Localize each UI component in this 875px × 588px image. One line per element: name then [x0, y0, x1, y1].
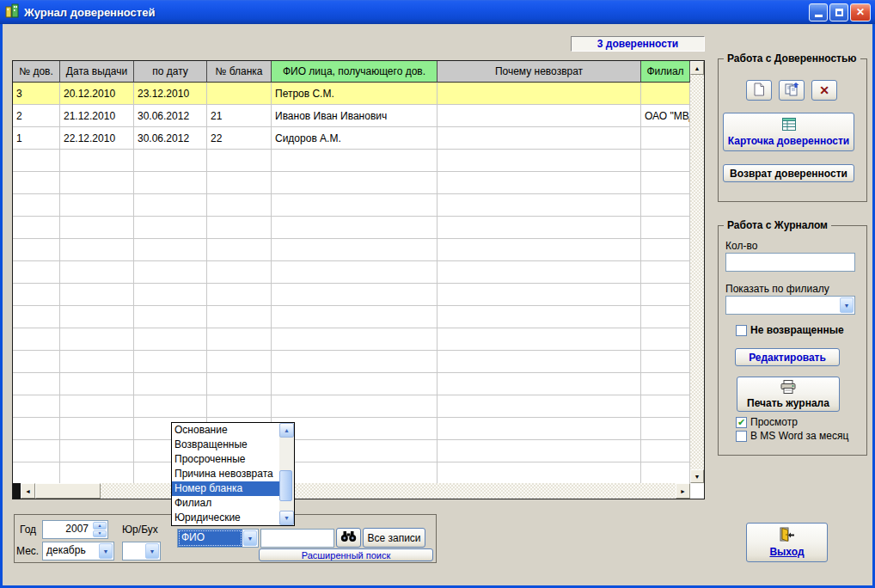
table-cell[interactable] [134, 328, 207, 351]
table-cell[interactable] [60, 172, 134, 194]
table-cell[interactable] [60, 418, 134, 440]
table-cell[interactable] [60, 217, 134, 239]
table-cell[interactable] [438, 306, 641, 328]
table-cell[interactable] [272, 150, 438, 172]
table-cell[interactable] [207, 150, 272, 172]
chevron-down-icon[interactable]: ▼ [243, 530, 257, 546]
close-button[interactable]: ✕ [850, 3, 871, 21]
dropdown-item[interactable]: Основание [172, 423, 279, 438]
table-cell[interactable] [438, 239, 641, 261]
table-cell[interactable]: 20.12.2010 [60, 83, 134, 105]
dropdown-item[interactable]: Номер бланка [172, 481, 279, 496]
maximize-button[interactable] [829, 3, 848, 21]
table-cell[interactable] [134, 373, 207, 395]
not-returned-checkbox[interactable] [736, 325, 747, 336]
table-cell[interactable] [13, 194, 60, 217]
table-cell[interactable] [641, 217, 690, 239]
table-cell[interactable] [60, 351, 134, 373]
msword-checkbox[interactable] [736, 431, 747, 442]
table-cell[interactable] [134, 239, 207, 261]
scroll-right-button[interactable]: ► [676, 483, 690, 499]
table-cell[interactable] [134, 172, 207, 194]
table-cell[interactable] [438, 328, 641, 351]
table-cell[interactable] [13, 351, 60, 373]
table-cell[interactable] [207, 373, 272, 395]
dropdown-item[interactable]: Юридические [172, 511, 279, 525]
table-cell[interactable] [641, 418, 690, 440]
table-cell[interactable] [60, 395, 134, 418]
spin-down-icon[interactable]: ▼ [93, 530, 107, 538]
table-cell[interactable] [438, 351, 641, 373]
table-cell[interactable]: Иванов Иван Иванович [272, 105, 438, 127]
table-row[interactable] [13, 418, 690, 440]
table-cell[interactable] [272, 239, 438, 261]
table-cell[interactable] [272, 306, 438, 328]
table-row[interactable] [13, 284, 690, 306]
table-cell[interactable] [438, 105, 641, 127]
table-row[interactable]: 122.12.201030.06.201222Сидоров А.М. [13, 127, 690, 150]
table-cell[interactable] [438, 440, 641, 462]
table-cell[interactable] [207, 172, 272, 194]
vertical-scrollbar[interactable]: ▲ ▼ [690, 61, 704, 483]
table-cell[interactable] [60, 462, 134, 483]
table-cell[interactable] [207, 261, 272, 284]
table-cell[interactable] [438, 150, 641, 172]
table-cell[interactable] [207, 217, 272, 239]
table-cell[interactable] [60, 284, 134, 306]
table-cell[interactable] [641, 239, 690, 261]
table-cell[interactable] [207, 328, 272, 351]
column-header[interactable]: ФИО лица, получающего дов. [272, 61, 438, 83]
table-cell[interactable] [641, 440, 690, 462]
column-header[interactable]: № дов. [13, 61, 60, 83]
scroll-up-button[interactable]: ▲ [690, 61, 704, 75]
table-cell[interactable]: 30.06.2012 [134, 105, 207, 127]
table-cell[interactable]: 22.12.2010 [60, 127, 134, 150]
minimize-button[interactable] [809, 3, 828, 21]
table-cell[interactable] [13, 306, 60, 328]
table-cell[interactable] [272, 351, 438, 373]
table-cell[interactable] [134, 261, 207, 284]
dropdown-scroll-up-button[interactable]: ▲ [279, 423, 294, 438]
table-row[interactable] [13, 395, 690, 418]
table-cell[interactable] [13, 462, 60, 483]
table-cell[interactable] [207, 395, 272, 418]
scroll-left-button[interactable]: ◄ [21, 483, 35, 499]
table-cell[interactable]: ОАО "МВД" [641, 105, 690, 127]
table-row[interactable] [13, 328, 690, 351]
table-cell[interactable]: 21.12.2010 [60, 105, 134, 127]
table-cell[interactable] [134, 217, 207, 239]
table-cell[interactable] [60, 194, 134, 217]
dropdown-item[interactable]: Причина невозврата [172, 467, 279, 481]
table-cell[interactable] [13, 328, 60, 351]
return-attorney-button[interactable]: Возврат доверенности [723, 164, 854, 182]
table-cell[interactable] [641, 328, 690, 351]
scrollbar-thumb[interactable] [35, 483, 101, 499]
table-cell[interactable] [438, 373, 641, 395]
table-row[interactable] [13, 239, 690, 261]
print-journal-button[interactable]: Печать журнала [737, 377, 840, 412]
table-cell[interactable] [438, 83, 641, 105]
table-cell[interactable]: 2 [13, 105, 60, 127]
table-cell[interactable] [272, 172, 438, 194]
table-row[interactable] [13, 261, 690, 284]
table-cell[interactable] [60, 239, 134, 261]
delete-attorney-button[interactable]: ✕ [811, 80, 837, 101]
table-cell[interactable] [438, 395, 641, 418]
table-cell[interactable] [134, 351, 207, 373]
spin-up-icon[interactable]: ▲ [93, 522, 107, 530]
edit-button[interactable]: Редактировать [735, 348, 840, 366]
chevron-down-icon[interactable]: ▼ [145, 543, 159, 559]
table-cell[interactable] [13, 150, 60, 172]
table-cell[interactable] [60, 373, 134, 395]
table-cell[interactable] [134, 194, 207, 217]
table-cell[interactable] [272, 261, 438, 284]
table-cell[interactable] [641, 83, 690, 105]
table-cell[interactable] [438, 284, 641, 306]
table-cell[interactable] [13, 172, 60, 194]
dropdown-scroll-down-button[interactable]: ▼ [279, 511, 294, 525]
table-cell[interactable]: 23.12.2010 [134, 83, 207, 105]
table-cell[interactable] [641, 172, 690, 194]
dropdown-item[interactable]: Филиал [172, 496, 279, 511]
table-cell[interactable] [641, 194, 690, 217]
table-cell[interactable] [272, 462, 438, 483]
